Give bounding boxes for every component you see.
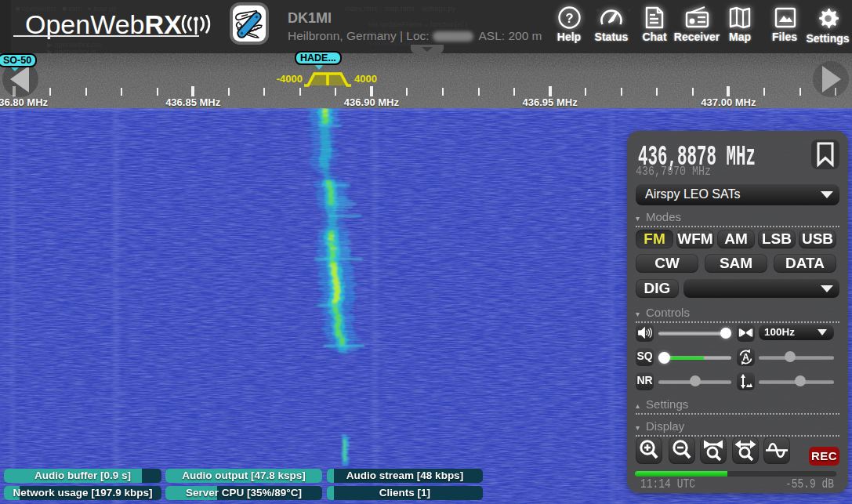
svg-text:-55.9 dB: -55.9 dB (785, 477, 834, 491)
svg-text:?: ? (565, 11, 573, 26)
svg-text:11:14 UTC: 11:14 UTC (640, 477, 695, 491)
svg-text:A: A (742, 352, 749, 363)
svg-text:436,7970 MHz: 436,7970 MHz (636, 164, 711, 179)
